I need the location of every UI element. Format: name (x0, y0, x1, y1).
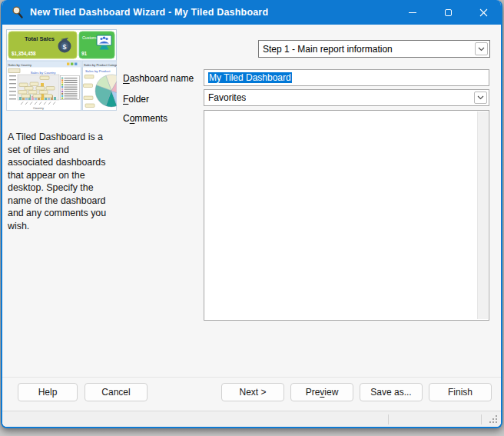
svg-text:Sales by Product Category: Sales by Product Category (84, 63, 117, 67)
wizard-description: A Tiled Dashboard is a set of tiles and … (8, 131, 117, 232)
folder-label: Folder (123, 94, 149, 105)
svg-text:Sales by Country: Sales by Country (8, 63, 32, 67)
wizard-magnifier-icon (12, 6, 24, 18)
next-button[interactable]: Next > (221, 383, 284, 401)
thumb-tile-customers: Customers 91 (79, 32, 114, 58)
folder-chevron-button[interactable] (474, 92, 487, 104)
close-button[interactable] (466, 0, 501, 25)
button-row-separator (2, 377, 501, 378)
svg-text:Country: Country (33, 106, 44, 110)
thumb-icon-2 (71, 63, 73, 65)
svg-text:$1,354,458: $1,354,458 (12, 51, 36, 57)
step-selector-dropdown[interactable]: Step 1 - Main report information (258, 40, 490, 58)
thumb-panel-sales-by-country: Sales by Country Sales by Country (7, 62, 81, 111)
chevron-down-icon (477, 95, 484, 100)
close-icon (479, 8, 488, 17)
preview-button[interactable]: Preview (290, 383, 353, 401)
thumb-icon-3 (75, 63, 77, 65)
window-title: New Tiled Dashboard Wizard - My Tiled Da… (30, 7, 268, 18)
thumb-tile-total-sales: Total Sales $1,354,458 $ (8, 32, 77, 58)
comments-scrollbar[interactable] (477, 111, 488, 319)
svg-text:Sales by Product: Sales by Product (85, 69, 111, 73)
selected-text: My Tiled Dashboard (208, 72, 292, 83)
svg-text:Total Sales: Total Sales (25, 35, 55, 42)
step-selector-value: Step 1 - Main report information (259, 44, 393, 55)
maximize-icon (445, 9, 452, 16)
title-bar[interactable]: New Tiled Dashboard Wizard - My Tiled Da… (2, 0, 501, 25)
minimize-button[interactable] (395, 0, 430, 25)
status-bar-divider (388, 414, 389, 424)
status-bar (2, 411, 501, 427)
svg-text:91: 91 (81, 51, 88, 56)
step-selector-chevron-button[interactable] (475, 42, 488, 55)
chevron-down-icon (478, 47, 485, 52)
svg-text:Sales by Country: Sales by Country (31, 71, 57, 75)
svg-text:$: $ (62, 43, 66, 51)
help-button[interactable]: Help (18, 383, 78, 401)
minimize-icon (409, 12, 416, 13)
dashboard-name-input[interactable]: My Tiled Dashboard (204, 69, 489, 86)
folder-dropdown[interactable]: Favorites (204, 89, 489, 106)
cancel-button[interactable]: Cancel (85, 383, 148, 401)
dashboard-name-label: Dashboard name (123, 73, 194, 84)
dashboard-preview-thumbnail: Total Sales $1,354,458 $ Customers 91 (6, 29, 117, 111)
folder-value: Favorites (204, 92, 246, 103)
finish-button[interactable]: Finish (429, 383, 492, 401)
comments-label: Comments (123, 113, 167, 124)
comments-textarea[interactable] (204, 110, 489, 321)
thumb-panel-sales-by-product: Sales by Product Category Sales by Produ… (83, 62, 118, 111)
status-bar-divider (481, 414, 482, 424)
resize-grip[interactable] (496, 421, 497, 423)
thumb-icon-1 (67, 63, 69, 65)
save-as-button[interactable]: Save as... (360, 383, 423, 401)
maximize-button[interactable] (430, 0, 466, 25)
thumb-legend (61, 76, 80, 100)
dialog-body: Total Sales $1,354,458 $ Customers 91 (2, 25, 501, 427)
wizard-dialog-window: New Tiled Dashboard Wizard - My Tiled Da… (1, 0, 502, 428)
